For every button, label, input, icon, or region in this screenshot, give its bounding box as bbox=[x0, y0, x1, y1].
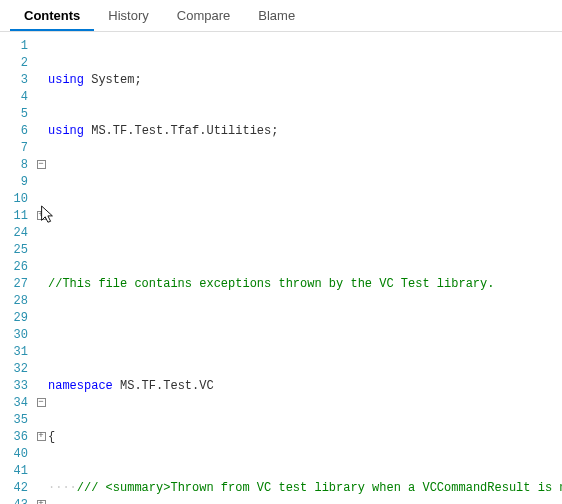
tab-bar: Contents History Compare Blame bbox=[0, 0, 562, 32]
tab-compare[interactable]: Compare bbox=[163, 0, 244, 31]
fold-toggle[interactable]: + bbox=[37, 432, 46, 441]
tab-blame[interactable]: Blame bbox=[244, 0, 309, 31]
line-number-gutter: 1 2 3 4 5 6 7 8 9 10 11 24 25 26 27 28 2… bbox=[0, 38, 34, 504]
code-editor[interactable]: 1 2 3 4 5 6 7 8 9 10 11 24 25 26 27 28 2… bbox=[0, 32, 562, 504]
tab-history[interactable]: History bbox=[94, 0, 162, 31]
fold-gutter: − + − + + bbox=[34, 38, 48, 504]
code-content[interactable]: using System; using MS.TF.Test.Tfaf.Util… bbox=[48, 38, 562, 504]
fold-toggle[interactable]: + bbox=[37, 211, 46, 220]
fold-toggle[interactable]: + bbox=[37, 500, 46, 504]
fold-toggle[interactable]: − bbox=[37, 398, 46, 407]
tab-contents[interactable]: Contents bbox=[10, 0, 94, 31]
fold-toggle[interactable]: − bbox=[37, 160, 46, 169]
